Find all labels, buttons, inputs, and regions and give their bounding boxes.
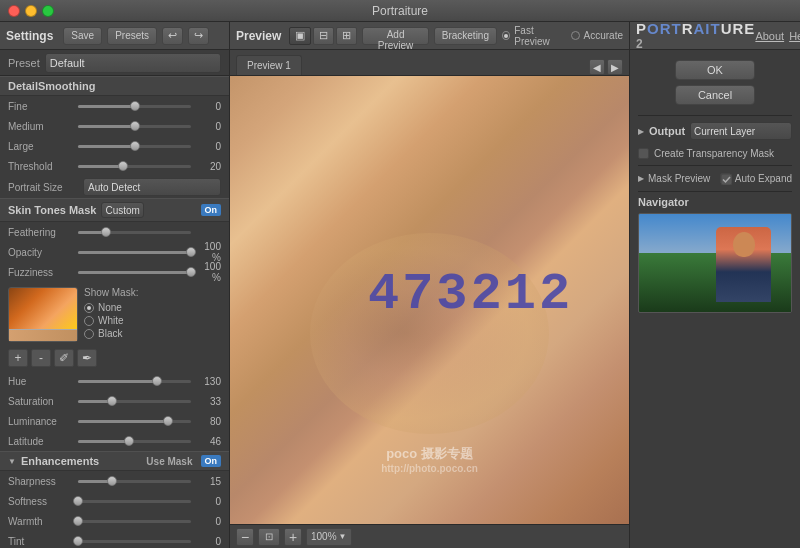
eyedropper-row: + - ✐ ✒ — [0, 347, 229, 371]
radio-none-row[interactable]: None — [84, 302, 138, 313]
tint-track[interactable] — [78, 540, 191, 543]
undo-button[interactable]: ↩ — [162, 27, 183, 45]
latitude-thumb[interactable] — [124, 436, 134, 446]
accurate-radio[interactable] — [571, 31, 580, 40]
saturation-thumb[interactable] — [107, 396, 117, 406]
save-button[interactable]: Save — [63, 27, 102, 45]
hue-value: 130 — [196, 376, 221, 387]
radio-white[interactable] — [84, 316, 94, 326]
large-thumb[interactable] — [130, 141, 140, 151]
large-track[interactable] — [78, 145, 191, 148]
sharpness-track[interactable] — [78, 480, 191, 483]
cancel-button[interactable]: Cancel — [675, 85, 755, 105]
enhancements-on-badge[interactable]: On — [201, 455, 222, 467]
luminance-track[interactable] — [78, 420, 191, 423]
eye-highlight — [310, 233, 549, 435]
auto-expand-label: Auto Expand — [735, 173, 792, 184]
stm-on-badge[interactable]: On — [201, 204, 222, 216]
close-button[interactable] — [8, 5, 20, 17]
fuzziness-track[interactable] — [78, 271, 191, 274]
mask-preview-triangle-icon[interactable]: ▶ — [638, 174, 644, 183]
fuzziness-thumb[interactable] — [186, 267, 196, 277]
eyedropper-add-btn[interactable]: + — [8, 349, 28, 367]
zoom-display: 100% ▼ — [306, 528, 352, 546]
luminance-thumb[interactable] — [163, 416, 173, 426]
tint-slider-row: Tint 0 — [0, 531, 229, 548]
preview-tab-1[interactable]: Preview 1 — [236, 55, 302, 75]
split-view-btn[interactable]: ⊟ — [313, 27, 334, 45]
redo-button[interactable]: ↪ — [188, 27, 209, 45]
radio-black-label: Black — [98, 328, 122, 339]
enhancements-triangle[interactable]: ▼ — [8, 457, 16, 466]
eyedropper-neutral-btn[interactable]: ✐ — [54, 349, 74, 367]
hue-thumb[interactable] — [152, 376, 162, 386]
hue-track[interactable] — [78, 380, 191, 383]
output-triangle-icon[interactable]: ▶ — [638, 127, 644, 136]
auto-expand-checkbox[interactable] — [720, 173, 731, 184]
center-panel: Preview ▣ ⊟ ⊞ Add Preview Bracketing Fas… — [230, 22, 630, 548]
radio-white-label: White — [98, 315, 124, 326]
zoom-in-btn[interactable]: + — [284, 528, 302, 546]
single-view-btn[interactable]: ▣ — [289, 27, 311, 45]
tab-prev-btn[interactable]: ◀ — [589, 59, 605, 75]
output-header: ▶ Output Current Layer — [638, 122, 792, 140]
navigator-thumbnail[interactable] — [638, 213, 792, 313]
threshold-track[interactable] — [78, 165, 191, 168]
large-label: Large — [8, 141, 73, 152]
radio-white-row[interactable]: White — [84, 315, 138, 326]
fast-preview-radio[interactable] — [502, 31, 510, 40]
preview-tab-nav: ◀ ▶ — [589, 59, 623, 75]
large-value: 0 — [196, 141, 221, 152]
radio-none[interactable] — [84, 303, 94, 313]
softness-track[interactable] — [78, 500, 191, 503]
fine-thumb[interactable] — [130, 101, 140, 111]
mask-preview-row[interactable]: ▶ Mask Preview Auto Expand — [638, 170, 792, 187]
minimize-button[interactable] — [25, 5, 37, 17]
left-toolbar: Settings Save Presets ↩ ↪ — [0, 22, 229, 50]
output-select[interactable]: Current Layer — [690, 122, 792, 140]
preset-select[interactable]: Default — [45, 53, 221, 73]
feathering-track[interactable] — [78, 231, 191, 234]
preview-image-area[interactable]: 473212 poco 摄影专题 http://photo.poco.cn — [230, 76, 629, 524]
warmth-thumb[interactable] — [73, 516, 83, 526]
help-btn[interactable]: Help — [789, 30, 800, 42]
tint-thumb[interactable] — [73, 536, 83, 546]
ok-button[interactable]: OK — [675, 60, 755, 80]
warmth-track[interactable] — [78, 520, 191, 523]
right-menu-btns: About Help — [755, 30, 800, 42]
divider-2 — [638, 165, 792, 166]
presets-button[interactable]: Presets — [107, 27, 157, 45]
zoom-fit-btn[interactable]: ⊡ — [258, 528, 280, 546]
latitude-track[interactable] — [78, 440, 191, 443]
sharpness-thumb[interactable] — [107, 476, 117, 486]
zoom-out-btn[interactable]: − — [236, 528, 254, 546]
bracketing-button[interactable]: Bracketing — [434, 27, 497, 45]
about-btn[interactable]: About — [755, 30, 784, 42]
quad-view-btn[interactable]: ⊞ — [336, 27, 357, 45]
create-transparency-label: Create Transparency Mask — [654, 148, 774, 159]
skin-color-swatch[interactable] — [8, 287, 78, 342]
portrait-size-select[interactable]: Auto Detect — [83, 178, 221, 196]
add-preview-button[interactable]: Add Preview — [362, 27, 428, 45]
opacity-thumb[interactable] — [186, 247, 196, 257]
threshold-value: 20 — [196, 161, 221, 172]
feathering-thumb[interactable] — [101, 227, 111, 237]
threshold-thumb[interactable] — [118, 161, 128, 171]
fine-track[interactable] — [78, 105, 191, 108]
maximize-button[interactable] — [42, 5, 54, 17]
medium-thumb[interactable] — [130, 121, 140, 131]
saturation-track[interactable] — [78, 400, 191, 403]
selected-color-strip — [9, 329, 77, 341]
eyedropper-subtract-btn[interactable]: - — [31, 349, 51, 367]
tab-next-btn[interactable]: ▶ — [607, 59, 623, 75]
medium-track[interactable] — [78, 125, 191, 128]
radio-black[interactable] — [84, 329, 94, 339]
radio-black-row[interactable]: Black — [84, 328, 138, 339]
create-transparency-checkbox[interactable] — [638, 148, 649, 159]
eyedropper-pick-btn[interactable]: ✒ — [77, 349, 97, 367]
softness-thumb[interactable] — [73, 496, 83, 506]
opacity-track[interactable] — [78, 251, 191, 254]
stm-mode-select[interactable]: Custom — [101, 202, 144, 218]
hue-slider-row: Hue 130 — [0, 371, 229, 391]
window-controls[interactable] — [8, 5, 54, 17]
